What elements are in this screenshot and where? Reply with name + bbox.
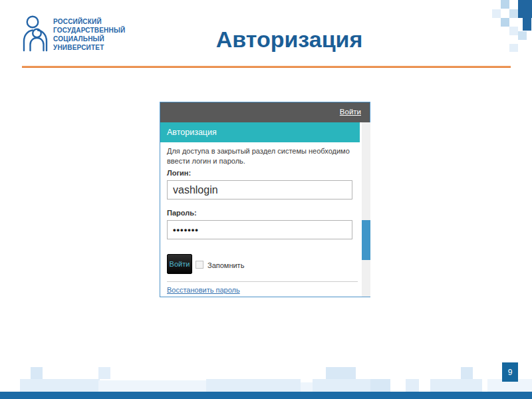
bottom-bar [0, 392, 532, 399]
dialog-title: Авторизация [167, 128, 217, 137]
deco-square [370, 379, 390, 392]
deco-square [326, 367, 356, 379]
deco-square [509, 44, 518, 52]
deco-square [501, 18, 509, 27]
submit-button[interactable]: Войти [167, 254, 192, 274]
instruction-text: Для доступа в закрытый раздел системы не… [167, 146, 357, 167]
remember-label: Запомнить [207, 261, 244, 269]
presentation-slide: РОССИЙСКИЙ ГОСУДАРСТВЕННЫЙ СОЦИАЛЬНЫЙ УН… [0, 0, 532, 399]
form-divider [167, 281, 358, 282]
remember-checkbox[interactable] [196, 261, 203, 269]
recover-password-link[interactable]: Восстановить пароль [167, 286, 240, 294]
logo-line: РОССИЙСКИЙ [53, 17, 125, 26]
title-divider-line [22, 66, 511, 68]
deco-square [406, 379, 419, 392]
deco-square [31, 367, 43, 379]
people-icon [22, 15, 49, 52]
deco-square [206, 379, 301, 392]
login-input[interactable] [167, 180, 352, 200]
password-input[interactable] [167, 220, 352, 239]
deco-square [509, 27, 518, 35]
deco-square [98, 380, 206, 392]
deco-square [523, 18, 531, 31]
deco-square [98, 367, 110, 379]
login-dialog-screenshot: Войти Авторизация Для доступа в закрытый… [160, 102, 370, 297]
scrollbar-track[interactable] [362, 122, 370, 297]
dialog-title-bar: Авторизация [160, 122, 360, 142]
deco-square [430, 379, 482, 392]
header-login-link[interactable]: Войти [340, 108, 361, 116]
page-number-box: 9 [502, 362, 518, 382]
deco-square [518, 0, 532, 18]
scrollbar-thumb[interactable] [362, 220, 370, 260]
deco-square [518, 31, 527, 40]
deco-square [501, 0, 509, 9]
dialog-top-bar: Войти [160, 102, 370, 122]
deco-square [461, 367, 473, 379]
page-number: 9 [508, 368, 513, 377]
password-label: Пароль: [167, 209, 197, 217]
deco-square [20, 379, 100, 392]
slide-title: Авторизация [47, 27, 532, 53]
login-label: Логин: [167, 169, 191, 177]
deco-square [509, 9, 518, 18]
deco-square [492, 9, 501, 18]
